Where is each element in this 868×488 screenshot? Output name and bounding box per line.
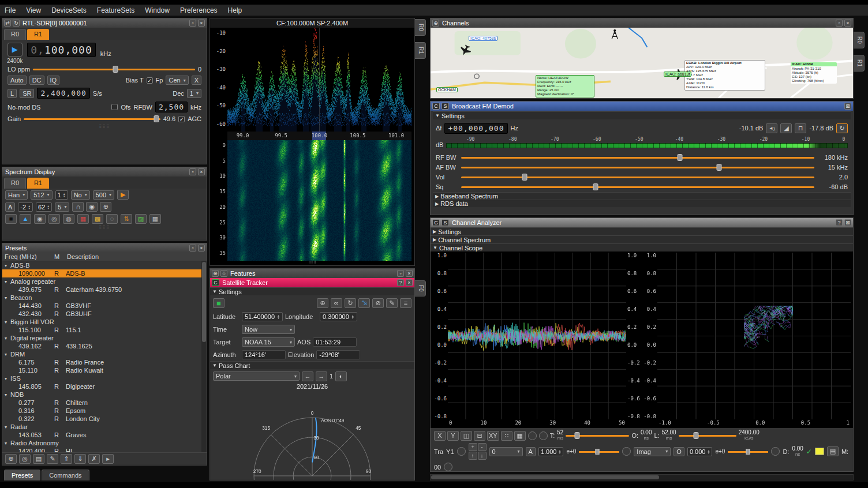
features-side-tab-f0[interactable]: F0 xyxy=(415,280,426,296)
waterfall-canvas[interactable] xyxy=(227,140,411,261)
amp-button[interactable]: A xyxy=(526,447,536,456)
help-icon[interactable]: ? xyxy=(836,219,843,226)
audio-stereo-icon[interactable]: ⊓ xyxy=(795,123,806,133)
decimation-select[interactable]: 1▾ xyxy=(187,89,201,98)
tab-r0[interactable]: R0 xyxy=(4,29,26,40)
save-trace-icon[interactable]: ▤ xyxy=(827,446,839,456)
rfbw-display[interactable]: 2,500 xyxy=(155,102,188,112)
column-mode[interactable]: M xyxy=(54,253,67,260)
projection-select[interactable]: Imag▾ xyxy=(634,447,671,456)
horizontal-scrollbar[interactable] xyxy=(430,474,854,481)
grid-icon[interactable]: ▦ xyxy=(149,214,161,224)
histogram-icon[interactable]: ▦ xyxy=(77,214,89,224)
amp-slider[interactable] xyxy=(579,449,619,455)
bottom-tab-commands[interactable]: Commands xyxy=(42,470,89,481)
device-settings-icon[interactable]: ≡ xyxy=(400,298,411,308)
preset-item[interactable]: 15.110RRadio Kuwait xyxy=(2,366,207,374)
update-preset-icon[interactable]: ◎ xyxy=(19,454,31,464)
averaging-mode-select[interactable]: No▾ xyxy=(71,190,90,200)
close-icon[interactable]: ⊠ xyxy=(844,219,851,226)
fc-position-select[interactable]: Cen▾ xyxy=(166,76,188,85)
menu-item-devicesets[interactable]: DeviceSets xyxy=(51,6,87,14)
channel-c-badge[interactable]: C xyxy=(432,103,440,110)
aircraft-info-box[interactable]: ICAO: ad33B Aircraft: PA-31-310Altitude:… xyxy=(791,62,837,84)
pass-chart-header[interactable]: ▼ Pass Chart xyxy=(210,361,414,369)
averaging-spinner[interactable]: 1▲▼ xyxy=(55,190,68,200)
ofs-checkbox[interactable] xyxy=(111,104,118,110)
scrollbar-handle[interactable] xyxy=(202,262,206,342)
resize-grip[interactable]: ⠿⠿⠿ xyxy=(210,261,414,265)
auto-button[interactable]: Auto xyxy=(8,76,27,85)
slider-control[interactable] xyxy=(461,154,814,161)
offset-button[interactable]: O xyxy=(674,447,684,456)
edit-satellites-icon[interactable]: ✎ xyxy=(386,298,398,308)
load-preset-icon[interactable]: ▸ xyxy=(102,454,114,464)
xy-display-button[interactable]: XY xyxy=(487,431,499,441)
channels-side-tab-r1[interactable]: R1 xyxy=(854,55,865,72)
trace-color-indicator[interactable] xyxy=(457,447,466,456)
preset-item[interactable]: 432.430RGB3UHF xyxy=(2,310,207,318)
fft-size-select[interactable]: 512▾ xyxy=(31,190,52,200)
slider-control[interactable] xyxy=(461,183,814,190)
polar-points-icon[interactable]: ∷ xyxy=(501,431,512,441)
bottom-tab-presets[interactable]: Presets xyxy=(4,470,40,481)
feature-presets-icon[interactable]: ☆ xyxy=(220,270,227,277)
decim-select[interactable]: 5▾ xyxy=(55,202,69,212)
traces-x-button[interactable]: X xyxy=(434,431,446,441)
prev-pass-icon[interactable]: ← xyxy=(302,371,313,381)
memory-indicator[interactable] xyxy=(444,463,452,471)
preset-item[interactable]: 145.805RDigipeater xyxy=(2,382,207,391)
spectrum-canvas[interactable] xyxy=(227,28,411,132)
preset-group[interactable]: ▾ADS-B xyxy=(2,261,207,269)
autotarget-icon[interactable]: ⊕ xyxy=(317,298,328,308)
invert-waterfall-icon[interactable]: ⇅ xyxy=(121,214,132,224)
waterfall-palette-icon[interactable]: ▩ xyxy=(92,214,103,224)
bias-t-checkbox[interactable]: ✓ xyxy=(147,77,153,84)
ockham-tag[interactable]: OCKHAM xyxy=(436,87,458,92)
agc-checkbox[interactable]: ✓ xyxy=(178,116,185,122)
preset-group[interactable]: ▾Beacon xyxy=(2,294,207,302)
undock-icon[interactable]: ▫ xyxy=(397,270,404,277)
menu-item-help[interactable]: Help xyxy=(228,6,242,14)
close-icon[interactable]: × xyxy=(198,245,205,251)
preset-item[interactable]: 1420.400RHI xyxy=(2,447,207,452)
plus-icon[interactable]: + xyxy=(469,443,477,451)
presets-scrollbar[interactable] xyxy=(201,261,207,452)
new-preset-icon[interactable]: ⊕ xyxy=(5,454,17,464)
spectrum-side-tab-r0[interactable]: R0 xyxy=(415,19,426,36)
feature-c-badge[interactable]: C xyxy=(212,279,219,286)
preset-item[interactable]: 0.316REpsom xyxy=(2,407,207,415)
preset-item[interactable]: 439.162R439.1625 xyxy=(2,342,207,350)
horiz-split-icon[interactable]: ⊟ xyxy=(474,431,485,441)
update-satellites-icon[interactable]: ↻ xyxy=(345,298,356,308)
menu-item-preferences[interactable]: Preferences xyxy=(180,6,218,14)
deemphasis-icon[interactable]: ◢ xyxy=(780,123,792,133)
next-pass-icon[interactable]: → xyxy=(316,371,327,381)
close-icon[interactable]: × xyxy=(844,20,851,27)
export-preset-icon[interactable]: ⇑ xyxy=(61,454,72,464)
preset-item[interactable]: 6.175RRadio France xyxy=(2,358,207,366)
fft-window-select[interactable]: Han▾ xyxy=(5,190,28,200)
trace-select[interactable]: 0▾ xyxy=(489,447,523,456)
tab-r1[interactable]: R1 xyxy=(27,178,49,189)
dc-button[interactable]: DC xyxy=(29,76,44,85)
section-rds-data[interactable]: ▶RDS data xyxy=(433,200,851,207)
offset-slider[interactable] xyxy=(728,449,768,455)
transverter-button[interactable]: X xyxy=(192,76,201,85)
vert-split-icon[interactable]: ◫ xyxy=(461,431,472,441)
close-icon[interactable]: × xyxy=(406,279,413,286)
channel-s-badge[interactable]: S xyxy=(442,103,449,110)
close-icon[interactable]: ⊠ xyxy=(844,103,851,110)
grid-intensity-icon[interactable]: ▦ xyxy=(514,431,526,441)
map-disable-icon[interactable]: ⊘ xyxy=(372,298,384,308)
gradient-icon[interactable]: ◉ xyxy=(34,214,46,224)
add-feature-icon[interactable]: ⊕ xyxy=(212,270,219,277)
spectrum-off-icon[interactable]: ■ xyxy=(5,214,17,224)
delete-preset-icon[interactable]: ✗ xyxy=(88,454,100,464)
add-channel-icon[interactable]: ⊕ xyxy=(432,20,439,27)
preset-item[interactable]: 0.322RLondon City xyxy=(2,415,207,423)
audio-mute-icon[interactable]: ◄) xyxy=(766,123,777,133)
preset-item[interactable]: 1090.000RADS-B xyxy=(2,269,207,277)
up-icon[interactable]: ↑ xyxy=(469,452,477,460)
start-stop-button[interactable]: ▶ xyxy=(8,43,23,57)
